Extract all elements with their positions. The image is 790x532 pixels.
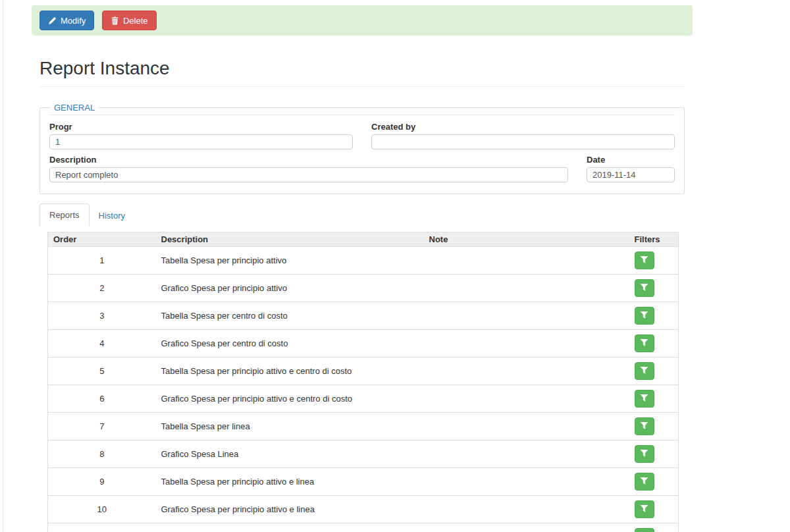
- order-cell: 4: [48, 330, 156, 358]
- filters-cell: [629, 523, 679, 532]
- delete-button[interactable]: Delete: [102, 11, 157, 30]
- order-cell: 5: [48, 358, 156, 385]
- funnel-icon: [640, 449, 648, 460]
- created-by-input[interactable]: [371, 134, 675, 149]
- filters-cell: [629, 275, 679, 302]
- note-cell: [424, 385, 629, 413]
- description-input[interactable]: [49, 167, 568, 182]
- order-cell: 11: [48, 523, 156, 532]
- description-cell: Tabella Spesa per intento: [156, 523, 424, 532]
- filter-button[interactable]: [635, 390, 654, 408]
- note-cell: [424, 330, 629, 358]
- modify-button-label: Modify: [61, 16, 86, 26]
- filters-cell: [629, 413, 679, 440]
- filters-cell: [629, 385, 679, 413]
- table-row: 7 Tabella Spesa per linea: [48, 413, 679, 440]
- filter-button[interactable]: [635, 307, 654, 325]
- column-header-order: Order: [48, 232, 156, 247]
- filter-button[interactable]: [635, 362, 654, 380]
- table-row: 11 Tabella Spesa per intento: [48, 523, 679, 532]
- reports-table: Order Description Note Filters 1 Tabella…: [47, 232, 679, 532]
- page-content: Report Instance GENERAL Progr Created by…: [32, 58, 693, 532]
- progr-label: Progr: [49, 122, 353, 132]
- note-cell: [424, 523, 629, 532]
- column-header-note: Note: [424, 232, 629, 247]
- page-title: Report Instance: [40, 58, 685, 78]
- tab-bar: Reports History: [40, 203, 685, 226]
- funnel-icon: [640, 394, 648, 404]
- column-header-filters: Filters: [629, 232, 679, 247]
- toolbar: Modify Delete: [32, 5, 693, 36]
- progr-input[interactable]: [49, 134, 353, 149]
- note-cell: [424, 468, 629, 496]
- window-left-edge: [3, 0, 3, 532]
- title-divider: [40, 86, 685, 87]
- note-cell: [424, 413, 629, 440]
- filters-cell: [629, 468, 679, 496]
- note-cell: [424, 247, 629, 275]
- filter-button[interactable]: [635, 417, 654, 435]
- progr-field-group: Progr: [49, 122, 353, 149]
- description-cell: Tabella Spesa per linea: [156, 413, 424, 440]
- order-cell: 3: [48, 302, 156, 330]
- tab-reports[interactable]: Reports: [40, 203, 90, 226]
- description-cell: Grafico Spesa per principio attivo e cen…: [156, 385, 424, 413]
- description-cell: Grafico Spesa per principio attivo e lin…: [156, 496, 424, 523]
- note-cell: [424, 496, 629, 523]
- table-row: 1 Tabella Spesa per principio attivo: [48, 247, 679, 275]
- trash-icon: [111, 16, 119, 25]
- filter-button[interactable]: [635, 279, 654, 297]
- date-label: Date: [587, 155, 675, 165]
- description-cell: Tabella Spesa per principio attivo: [156, 247, 424, 275]
- filters-cell: [629, 247, 679, 275]
- created-by-field-group: Created by: [371, 122, 675, 149]
- table-row: 3 Tabella Spesa per centro di costo: [48, 302, 679, 330]
- filters-cell: [629, 302, 679, 330]
- filter-button[interactable]: [635, 445, 654, 463]
- delete-button-label: Delete: [123, 16, 148, 26]
- filter-button[interactable]: [635, 500, 654, 518]
- table-row: 2 Grafico Spesa per principio attivo: [48, 275, 679, 302]
- filter-button[interactable]: [635, 252, 654, 269]
- pencil-icon: [48, 16, 57, 25]
- general-fieldset: GENERAL Progr Created by Description: [40, 103, 685, 194]
- description-cell: Tabella Spesa per principio attivo e cen…: [156, 358, 424, 385]
- filters-cell: [629, 330, 679, 358]
- filters-cell: [629, 440, 679, 468]
- legend-divider: [49, 115, 675, 115]
- table-row: 6 Grafico Spesa per principio attivo e c…: [48, 385, 679, 413]
- funnel-icon: [640, 338, 648, 349]
- description-cell: Tabella Spesa per centro di costo: [156, 302, 424, 330]
- table-row: 10 Grafico Spesa per principio attivo e …: [48, 496, 679, 523]
- funnel-icon: [640, 504, 648, 515]
- note-cell: [424, 440, 629, 468]
- modify-button[interactable]: Modify: [40, 11, 94, 30]
- tab-history[interactable]: History: [90, 205, 134, 226]
- filter-button[interactable]: [635, 528, 654, 532]
- reports-tab-panel: Order Description Note Filters 1 Tabella…: [40, 232, 685, 532]
- order-cell: 6: [48, 385, 156, 413]
- table-row: 8 Grafico Spesa Linea: [48, 440, 679, 468]
- filter-button[interactable]: [635, 473, 654, 491]
- reports-table-body: 1 Tabella Spesa per principio attivo 2 G…: [48, 247, 679, 532]
- funnel-icon: [640, 477, 648, 487]
- order-cell: 1: [48, 247, 156, 275]
- table-header-row: Order Description Note Filters: [48, 232, 679, 247]
- order-cell: 10: [48, 496, 156, 523]
- description-label: Description: [49, 155, 568, 165]
- table-row: 5 Tabella Spesa per principio attivo e c…: [48, 358, 679, 385]
- order-cell: 9: [48, 468, 156, 496]
- table-row: 4 Grafico Spesa per centro di costo: [48, 330, 679, 358]
- date-input[interactable]: [587, 167, 675, 182]
- form-row-1: Progr Created by: [49, 122, 675, 149]
- filter-button[interactable]: [635, 334, 654, 352]
- order-cell: 7: [48, 413, 156, 440]
- date-field-group: Date: [587, 155, 675, 182]
- created-by-label: Created by: [371, 122, 675, 132]
- column-header-description: Description: [156, 232, 424, 247]
- funnel-icon: [640, 366, 648, 377]
- general-legend: GENERAL: [51, 103, 98, 113]
- note-cell: [424, 275, 629, 302]
- order-cell: 8: [48, 440, 156, 468]
- note-cell: [424, 302, 629, 330]
